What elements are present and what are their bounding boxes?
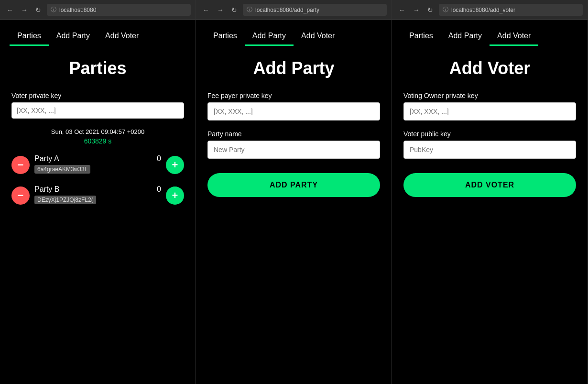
party-row-b: − Party B 0 DEzyXj1PZJQj8zFL2( + [11, 185, 184, 206]
browser-panel-add-voter: ← → ↻ ⓘ localhost:8080/add_voter Parties… [392, 0, 588, 384]
voter-key-label: Voter private key [11, 92, 184, 99]
nav-parties-2[interactable]: Parties [206, 28, 245, 44]
browser-chrome-1: ← → ↻ ⓘ localhost:8080 [0, 0, 196, 20]
fee-payer-group: Fee payer private key [207, 92, 380, 121]
vote-minus-party-b[interactable]: − [11, 187, 30, 205]
app-content-3: Parties Add Party Add Voter Add Voter Vo… [392, 20, 588, 384]
nav-add-voter-1[interactable]: Add Voter [98, 28, 146, 44]
url-text-3: localhost:8080/add_voter [451, 7, 515, 13]
vote-minus-party-a[interactable]: − [11, 156, 30, 174]
nav-add-party-1[interactable]: Add Party [49, 28, 98, 44]
owner-key-group: Voting Owner private key [403, 92, 576, 121]
nav-add-voter-2[interactable]: Add Voter [294, 28, 342, 44]
fee-payer-input[interactable] [207, 102, 380, 121]
forward-button-3[interactable]: → [411, 5, 422, 15]
lock-icon-3: ⓘ [443, 6, 448, 14]
reload-button-2[interactable]: ↻ [229, 5, 239, 15]
party-a-count: 0 [157, 154, 161, 163]
party-b-name: Party B [34, 185, 59, 194]
owner-key-label: Voting Owner private key [403, 92, 576, 99]
party-a-info: Party A 0 6a4graeAKM3w33L [34, 154, 161, 176]
owner-key-input[interactable] [403, 102, 576, 121]
party-a-key: 6a4graeAKM3w33L [34, 165, 90, 174]
voter-key-input[interactable] [11, 102, 184, 119]
party-b-key: DEzyXj1PZJQj8zFL2( [34, 196, 96, 204]
nav-add-party-3[interactable]: Add Party [441, 28, 490, 44]
forward-button-1[interactable]: → [19, 5, 30, 15]
page-body-1: Parties Voter private key Sun, 03 Oct 20… [0, 44, 196, 384]
lock-icon-1: ⓘ [51, 6, 56, 14]
back-button-2[interactable]: ← [201, 5, 211, 15]
party-name-label: Party name [207, 130, 380, 138]
reload-button-1[interactable]: ↻ [33, 5, 43, 15]
lock-icon-2: ⓘ [247, 6, 252, 14]
nav-parties-3[interactable]: Parties [402, 28, 441, 44]
back-button-1[interactable]: ← [5, 5, 15, 15]
party-a-name: Party A [34, 154, 59, 163]
page-title-2: Add Party [207, 58, 380, 78]
browser-chrome-3: ← → ↻ ⓘ localhost:8080/add_voter [392, 0, 588, 20]
voter-pubkey-group: Voter public key [403, 130, 576, 159]
page-body-2: Add Party Fee payer private key Party na… [196, 44, 392, 384]
address-bar-3: ⓘ localhost:8080/add_voter [439, 4, 583, 16]
nav-parties-1[interactable]: Parties [10, 28, 49, 44]
nav-bar-3: Parties Add Party Add Voter [392, 20, 588, 44]
party-a-name-row: Party A 0 [34, 154, 161, 163]
address-bar-1: ⓘ localhost:8080 [47, 4, 191, 16]
app-content-1: Parties Add Party Add Voter Parties Vote… [0, 20, 196, 384]
app-content-2: Parties Add Party Add Voter Add Party Fe… [196, 20, 392, 384]
vote-plus-party-b[interactable]: + [166, 187, 184, 205]
nav-add-voter-3[interactable]: Add Voter [490, 28, 538, 44]
browser-chrome-2: ← → ↻ ⓘ localhost:8080/add_party [196, 0, 392, 20]
party-name-input[interactable] [207, 141, 380, 159]
fee-payer-label: Fee payer private key [207, 92, 380, 99]
party-b-count: 0 [157, 185, 161, 194]
voter-key-group: Voter private key [11, 92, 184, 119]
url-text-2: localhost:8080/add_party [255, 7, 319, 13]
browser-panel-parties: ← → ↻ ⓘ localhost:8080 Parties Add Party… [0, 0, 196, 384]
nav-add-party-2[interactable]: Add Party [245, 28, 294, 44]
party-b-info: Party B 0 DEzyXj1PZJQj8zFL2( [34, 185, 161, 206]
page-title-3: Add Voter [403, 58, 576, 78]
voter-pubkey-input[interactable] [403, 141, 576, 159]
nav-bar-2: Parties Add Party Add Voter [196, 20, 392, 44]
add-party-button[interactable]: ADD PARTY [207, 173, 380, 197]
nav-bar-1: Parties Add Party Add Voter [0, 20, 196, 44]
browser-panel-add-party: ← → ↻ ⓘ localhost:8080/add_party Parties… [196, 0, 392, 384]
party-name-group: Party name [207, 130, 380, 159]
url-text-1: localhost:8080 [59, 7, 96, 13]
party-b-name-row: Party B 0 [34, 185, 161, 194]
reload-button-3[interactable]: ↻ [425, 5, 435, 15]
back-button-3[interactable]: ← [397, 5, 407, 15]
seconds-display: 603829 s [11, 137, 184, 145]
add-voter-button[interactable]: ADD VOTER [403, 173, 576, 197]
vote-plus-party-a[interactable]: + [166, 156, 184, 174]
voter-pubkey-label: Voter public key [403, 130, 576, 138]
page-title-1: Parties [11, 58, 184, 78]
party-row-a: − Party A 0 6a4graeAKM3w33L + [11, 154, 184, 176]
datetime-display: Sun, 03 Oct 2021 09:04:57 +0200 [11, 128, 184, 135]
page-body-3: Add Voter Voting Owner private key Voter… [392, 44, 588, 384]
forward-button-2[interactable]: → [215, 5, 226, 15]
address-bar-2: ⓘ localhost:8080/add_party [243, 4, 387, 16]
